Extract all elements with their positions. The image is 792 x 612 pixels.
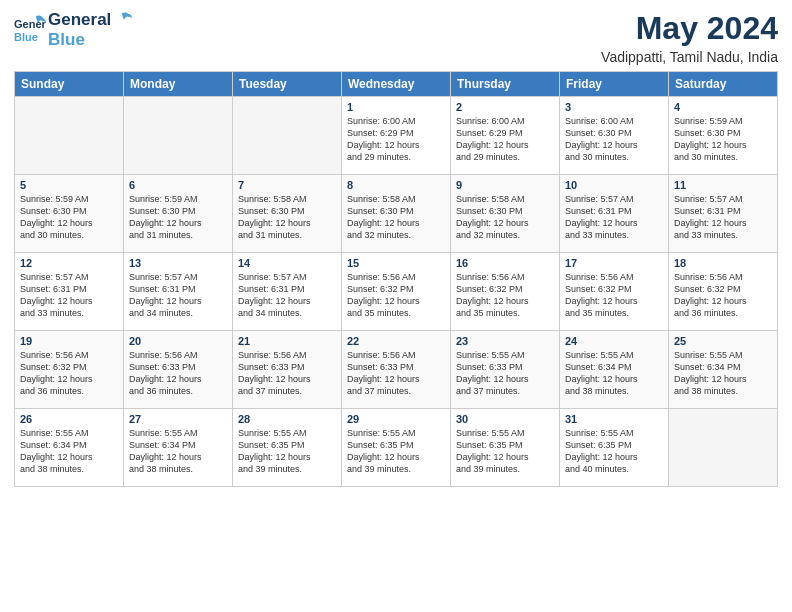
calendar-cell: 26Sunrise: 5:55 AM Sunset: 6:34 PM Dayli… — [15, 409, 124, 487]
calendar-cell — [124, 97, 233, 175]
calendar-cell: 19Sunrise: 5:56 AM Sunset: 6:32 PM Dayli… — [15, 331, 124, 409]
header: General Blue General Blue — [14, 10, 778, 65]
day-info: Sunrise: 5:56 AM Sunset: 6:32 PM Dayligh… — [347, 271, 445, 320]
day-info: Sunrise: 5:56 AM Sunset: 6:32 PM Dayligh… — [565, 271, 663, 320]
calendar-cell: 14Sunrise: 5:57 AM Sunset: 6:31 PM Dayli… — [233, 253, 342, 331]
day-number: 31 — [565, 413, 663, 425]
day-info: Sunrise: 5:57 AM Sunset: 6:31 PM Dayligh… — [674, 193, 772, 242]
calendar-cell: 12Sunrise: 5:57 AM Sunset: 6:31 PM Dayli… — [15, 253, 124, 331]
calendar-cell: 22Sunrise: 5:56 AM Sunset: 6:33 PM Dayli… — [342, 331, 451, 409]
calendar-cell: 2Sunrise: 6:00 AM Sunset: 6:29 PM Daylig… — [451, 97, 560, 175]
calendar-cell: 25Sunrise: 5:55 AM Sunset: 6:34 PM Dayli… — [669, 331, 778, 409]
day-info: Sunrise: 6:00 AM Sunset: 6:30 PM Dayligh… — [565, 115, 663, 164]
calendar-cell: 4Sunrise: 5:59 AM Sunset: 6:30 PM Daylig… — [669, 97, 778, 175]
day-number: 15 — [347, 257, 445, 269]
day-number: 28 — [238, 413, 336, 425]
day-number: 3 — [565, 101, 663, 113]
logo-icon: General Blue — [14, 14, 46, 46]
day-info: Sunrise: 5:57 AM Sunset: 6:31 PM Dayligh… — [129, 271, 227, 320]
calendar-cell: 6Sunrise: 5:59 AM Sunset: 6:30 PM Daylig… — [124, 175, 233, 253]
day-info: Sunrise: 5:59 AM Sunset: 6:30 PM Dayligh… — [129, 193, 227, 242]
day-number: 29 — [347, 413, 445, 425]
day-info: Sunrise: 5:58 AM Sunset: 6:30 PM Dayligh… — [347, 193, 445, 242]
day-number: 16 — [456, 257, 554, 269]
day-number: 8 — [347, 179, 445, 191]
day-info: Sunrise: 5:56 AM Sunset: 6:33 PM Dayligh… — [238, 349, 336, 398]
calendar-cell: 8Sunrise: 5:58 AM Sunset: 6:30 PM Daylig… — [342, 175, 451, 253]
day-number: 26 — [20, 413, 118, 425]
day-number: 13 — [129, 257, 227, 269]
header-row: Sunday Monday Tuesday Wednesday Thursday… — [15, 72, 778, 97]
day-number: 22 — [347, 335, 445, 347]
day-info: Sunrise: 5:56 AM Sunset: 6:32 PM Dayligh… — [456, 271, 554, 320]
day-number: 27 — [129, 413, 227, 425]
day-number: 20 — [129, 335, 227, 347]
calendar-cell: 13Sunrise: 5:57 AM Sunset: 6:31 PM Dayli… — [124, 253, 233, 331]
header-sunday: Sunday — [15, 72, 124, 97]
calendar-cell: 10Sunrise: 5:57 AM Sunset: 6:31 PM Dayli… — [560, 175, 669, 253]
calendar-cell: 27Sunrise: 5:55 AM Sunset: 6:34 PM Dayli… — [124, 409, 233, 487]
day-info: Sunrise: 5:55 AM Sunset: 6:35 PM Dayligh… — [347, 427, 445, 476]
calendar-cell — [669, 409, 778, 487]
calendar-cell — [233, 97, 342, 175]
day-number: 10 — [565, 179, 663, 191]
day-number: 14 — [238, 257, 336, 269]
day-number: 1 — [347, 101, 445, 113]
day-info: Sunrise: 5:55 AM Sunset: 6:35 PM Dayligh… — [238, 427, 336, 476]
calendar-week-5: 26Sunrise: 5:55 AM Sunset: 6:34 PM Dayli… — [15, 409, 778, 487]
day-info: Sunrise: 5:55 AM Sunset: 6:35 PM Dayligh… — [565, 427, 663, 476]
calendar-cell: 31Sunrise: 5:55 AM Sunset: 6:35 PM Dayli… — [560, 409, 669, 487]
logo-bird-icon — [112, 10, 132, 30]
calendar-body: 1Sunrise: 6:00 AM Sunset: 6:29 PM Daylig… — [15, 97, 778, 487]
subtitle: Vadippatti, Tamil Nadu, India — [601, 49, 778, 65]
day-number: 30 — [456, 413, 554, 425]
calendar-header: Sunday Monday Tuesday Wednesday Thursday… — [15, 72, 778, 97]
day-info: Sunrise: 5:55 AM Sunset: 6:34 PM Dayligh… — [129, 427, 227, 476]
svg-text:Blue: Blue — [14, 31, 38, 43]
day-number: 6 — [129, 179, 227, 191]
main-title: May 2024 — [601, 10, 778, 47]
header-friday: Friday — [560, 72, 669, 97]
day-info: Sunrise: 5:56 AM Sunset: 6:32 PM Dayligh… — [20, 349, 118, 398]
calendar-cell: 16Sunrise: 5:56 AM Sunset: 6:32 PM Dayli… — [451, 253, 560, 331]
logo-text-group: General Blue — [48, 10, 132, 50]
day-info: Sunrise: 5:59 AM Sunset: 6:30 PM Dayligh… — [20, 193, 118, 242]
day-info: Sunrise: 5:59 AM Sunset: 6:30 PM Dayligh… — [674, 115, 772, 164]
day-info: Sunrise: 5:55 AM Sunset: 6:34 PM Dayligh… — [565, 349, 663, 398]
calendar-cell: 3Sunrise: 6:00 AM Sunset: 6:30 PM Daylig… — [560, 97, 669, 175]
day-info: Sunrise: 5:55 AM Sunset: 6:34 PM Dayligh… — [20, 427, 118, 476]
calendar-table: Sunday Monday Tuesday Wednesday Thursday… — [14, 71, 778, 487]
day-info: Sunrise: 5:57 AM Sunset: 6:31 PM Dayligh… — [238, 271, 336, 320]
day-info: Sunrise: 5:58 AM Sunset: 6:30 PM Dayligh… — [238, 193, 336, 242]
day-number: 24 — [565, 335, 663, 347]
calendar-cell: 9Sunrise: 5:58 AM Sunset: 6:30 PM Daylig… — [451, 175, 560, 253]
day-info: Sunrise: 5:56 AM Sunset: 6:33 PM Dayligh… — [347, 349, 445, 398]
calendar-week-1: 1Sunrise: 6:00 AM Sunset: 6:29 PM Daylig… — [15, 97, 778, 175]
day-number: 11 — [674, 179, 772, 191]
day-info: Sunrise: 5:57 AM Sunset: 6:31 PM Dayligh… — [565, 193, 663, 242]
logo-wrapper: General Blue General Blue — [14, 10, 132, 50]
day-info: Sunrise: 5:56 AM Sunset: 6:33 PM Dayligh… — [129, 349, 227, 398]
day-number: 21 — [238, 335, 336, 347]
day-number: 9 — [456, 179, 554, 191]
day-info: Sunrise: 5:55 AM Sunset: 6:33 PM Dayligh… — [456, 349, 554, 398]
logo: General Blue General Blue — [14, 10, 132, 50]
day-info: Sunrise: 6:00 AM Sunset: 6:29 PM Dayligh… — [347, 115, 445, 164]
day-number: 12 — [20, 257, 118, 269]
calendar-cell: 24Sunrise: 5:55 AM Sunset: 6:34 PM Dayli… — [560, 331, 669, 409]
calendar-cell: 28Sunrise: 5:55 AM Sunset: 6:35 PM Dayli… — [233, 409, 342, 487]
calendar-week-3: 12Sunrise: 5:57 AM Sunset: 6:31 PM Dayli… — [15, 253, 778, 331]
calendar-cell: 18Sunrise: 5:56 AM Sunset: 6:32 PM Dayli… — [669, 253, 778, 331]
header-wednesday: Wednesday — [342, 72, 451, 97]
day-number: 2 — [456, 101, 554, 113]
day-number: 5 — [20, 179, 118, 191]
calendar-cell: 17Sunrise: 5:56 AM Sunset: 6:32 PM Dayli… — [560, 253, 669, 331]
calendar-cell: 15Sunrise: 5:56 AM Sunset: 6:32 PM Dayli… — [342, 253, 451, 331]
page-container: General Blue General Blue — [0, 0, 792, 612]
day-info: Sunrise: 5:57 AM Sunset: 6:31 PM Dayligh… — [20, 271, 118, 320]
logo-blue: Blue — [48, 30, 132, 50]
calendar-cell — [15, 97, 124, 175]
header-thursday: Thursday — [451, 72, 560, 97]
calendar-cell: 5Sunrise: 5:59 AM Sunset: 6:30 PM Daylig… — [15, 175, 124, 253]
day-info: Sunrise: 6:00 AM Sunset: 6:29 PM Dayligh… — [456, 115, 554, 164]
